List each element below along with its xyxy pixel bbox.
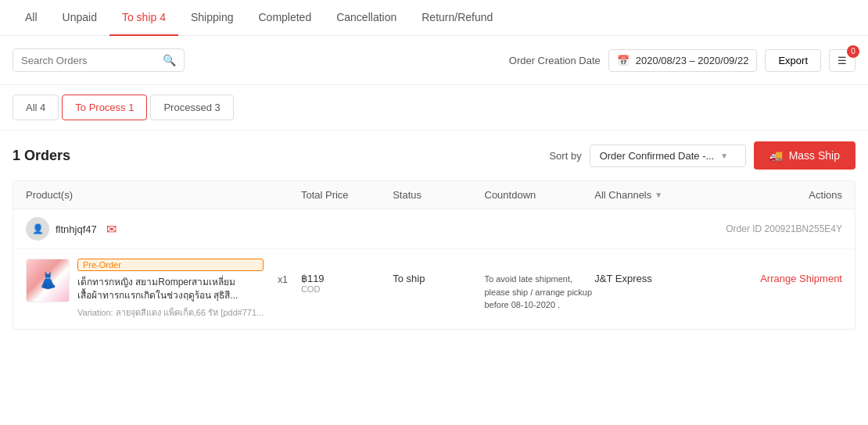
- table-row: 👗 Pre-Order เด็กทารกหญิง สยามRomperสามเห…: [13, 249, 855, 329]
- product-image-inner: 👗: [27, 259, 69, 302]
- status-col: To ship: [393, 259, 484, 284]
- col-header-products: Product(s): [26, 189, 301, 201]
- avatar-icon: 👤: [32, 223, 44, 234]
- date-range-value: 2020/08/23 – 2020/09/22: [636, 55, 749, 66]
- order-id: Order ID 200921BN255E4Y: [726, 223, 842, 234]
- orders-table: Product(s) Total Price Status Countdown …: [0, 180, 868, 352]
- chevron-down-icon: ▼: [720, 152, 728, 160]
- product-variation: Variation: ลายจุดสีแดง แพ็คเก็ต,66 รัห […: [77, 305, 264, 320]
- user-info: 👤 fltnhjqf47 ✉: [26, 217, 117, 241]
- tab-cancellation[interactable]: Cancellation: [324, 0, 409, 36]
- mass-ship-button[interactable]: 🚚 Mass Ship: [754, 141, 855, 170]
- sub-tab-bar: All 4 To Process 1 Processed 3: [0, 85, 868, 130]
- tab-completed[interactable]: Completed: [246, 0, 324, 36]
- filter-icon-button[interactable]: ☰ 0: [829, 49, 855, 72]
- date-range-picker[interactable]: 📅 2020/08/23 – 2020/09/22: [608, 49, 758, 72]
- channel-chevron-icon: ▼: [655, 191, 662, 199]
- search-box[interactable]: 🔍: [13, 48, 185, 72]
- product-name: เด็กทารกหญิง สยามRomperสามเหลี่ยม เสื้อผ…: [77, 276, 249, 302]
- tab-toship[interactable]: To ship 4: [109, 0, 178, 36]
- subtab-all[interactable]: All 4: [13, 95, 59, 120]
- export-button[interactable]: Export: [765, 49, 821, 72]
- channel-col: J&T Express: [594, 259, 732, 284]
- username: fltnhjqf47: [56, 223, 97, 235]
- payment-method: COD: [301, 284, 320, 294]
- countdown-col: To avoid late shipment, please ship / ar…: [485, 259, 595, 312]
- order-group: 👤 fltnhjqf47 ✉ Order ID 200921BN255E4Y 👗…: [13, 209, 855, 330]
- mass-ship-label: Mass Ship: [789, 149, 840, 162]
- product-quantity: x1: [278, 274, 288, 285]
- col-header-status: Status: [393, 189, 484, 201]
- countdown-text: To avoid late shipment, please ship / ar…: [485, 273, 595, 312]
- sort-dropdown[interactable]: Order Confirmed Date -... ▼: [590, 145, 746, 167]
- tab-shipping[interactable]: Shipping: [178, 0, 246, 36]
- message-icon[interactable]: ✉: [106, 222, 117, 237]
- tab-unpaid[interactable]: Unpaid: [50, 0, 109, 36]
- col-header-price: Total Price: [301, 189, 393, 201]
- pre-order-badge: Pre-Order: [77, 259, 264, 271]
- channel-name: J&T Express: [594, 273, 732, 284]
- menu-icon: ☰: [838, 55, 847, 66]
- product-col: 👗 Pre-Order เด็กทารกหญิง สยามRomperสามเห…: [26, 259, 301, 320]
- subtab-processed[interactable]: Processed 3: [150, 95, 233, 120]
- product-image: 👗: [26, 259, 70, 302]
- product-details: Pre-Order เด็กทารกหญิง สยามRomperสามเหลี…: [77, 259, 264, 320]
- col-header-actions: Actions: [732, 189, 842, 201]
- avatar: 👤: [26, 217, 49, 241]
- filter-bar: 🔍 Order Creation Date 📅 2020/08/23 – 202…: [0, 36, 868, 85]
- col-header-channel[interactable]: All Channels ▼: [594, 189, 732, 201]
- col-header-countdown: Countdown: [485, 189, 595, 201]
- sort-value: Order Confirmed Date -...: [600, 150, 715, 162]
- table-header: Product(s) Total Price Status Countdown …: [13, 180, 855, 209]
- actions-col: Arrange Shipment: [732, 259, 842, 284]
- status-text: To ship: [393, 273, 484, 284]
- tab-all[interactable]: All: [13, 0, 50, 36]
- filter-badge: 0: [847, 45, 859, 58]
- calendar-icon: 📅: [617, 55, 629, 66]
- filter-right: Order Creation Date 📅 2020/08/23 – 2020/…: [509, 49, 855, 72]
- search-icon: 🔍: [163, 54, 176, 66]
- channel-label: All Channels: [594, 189, 651, 201]
- order-user-row: 👤 fltnhjqf47 ✉ Order ID 200921BN255E4Y: [13, 209, 855, 249]
- price-amount: ฿119: [301, 273, 325, 284]
- price-col: ฿119 COD: [301, 259, 393, 294]
- mass-ship-icon: 🚚: [769, 149, 783, 162]
- sort-area: Sort by Order Confirmed Date -... ▼ 🚚 Ma…: [549, 141, 855, 170]
- search-input[interactable]: [21, 55, 163, 66]
- sort-label: Sort by: [549, 150, 581, 162]
- subtab-toprocess[interactable]: To Process 1: [62, 95, 147, 120]
- tab-returnrefund[interactable]: Return/Refund: [409, 0, 505, 36]
- orders-header: 1 Orders Sort by Order Confirmed Date -.…: [0, 130, 868, 180]
- orders-count: 1 Orders: [13, 148, 70, 164]
- date-filter-label: Order Creation Date: [509, 55, 601, 66]
- top-tab-bar: All Unpaid To ship 4 Shipping Completed …: [0, 0, 868, 36]
- arrange-shipment-button[interactable]: Arrange Shipment: [760, 273, 842, 284]
